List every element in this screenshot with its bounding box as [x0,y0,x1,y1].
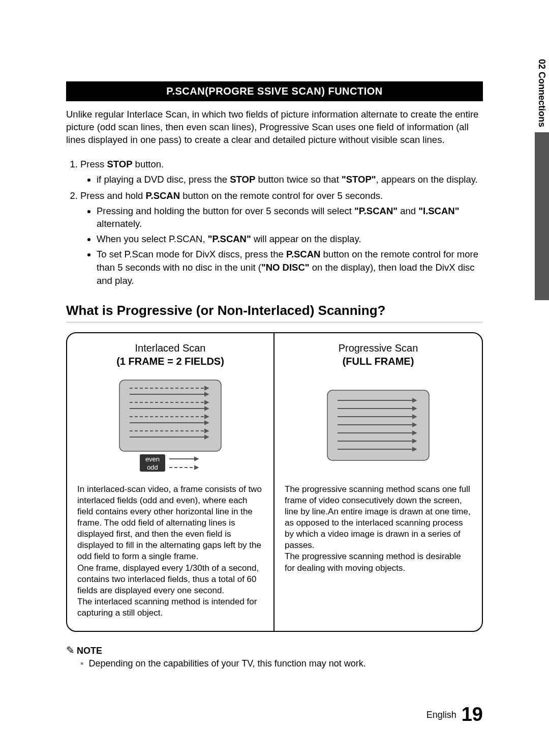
step-1-text-c: button. [132,159,164,169]
step-2: Press and hold P.SCAN button on the remo… [80,189,483,287]
s1b1e: , appears on the display. [376,174,478,185]
s2b2b: "P.SCAN" [208,234,251,244]
interlaced-subtitle: (1 FRAME = 2 FIELDS) [77,355,263,368]
step-1: Press STOP button. if playing a DVD disc… [80,158,483,186]
legend-odd-text: odd [147,463,158,471]
intro-paragraph: Unlike regular Interlace Scan, in which … [66,108,483,147]
comparison-box: Interlaced Scan (1 FRAME = 2 FIELDS) [66,332,483,632]
s2b1d: "I.SCAN" [418,206,459,216]
step-1-bold: STOP [107,159,132,169]
footer-page-number: 19 [462,704,483,725]
s2b1b: "P.SCAN" [354,206,398,216]
interlaced-diagram: even odd [77,377,263,474]
step-1-bullet-1: if playing a DVD disc, press the STOP bu… [97,173,483,186]
progressive-column: Progressive Scan (FULL FRAME) [274,333,482,631]
progressive-text: The progressive scanning method scans on… [285,484,472,574]
s2b3b: P.SCAN [286,249,321,259]
svg-rect-0 [119,380,221,451]
s1b1c: button twice so that [255,174,342,185]
note-label: NOTE [77,646,102,656]
step-1-text-a: Press [80,159,107,169]
page-footer: English 19 [426,704,483,725]
sub-heading: What is Progressive (or Non-Interlaced) … [66,303,483,323]
s2b: P.SCAN [146,190,180,201]
interlaced-column: Interlaced Scan (1 FRAME = 2 FIELDS) [67,333,274,631]
s2c: button on the remote control for over 5 … [180,190,383,201]
s1b1b: STOP [230,174,255,185]
s2b1e: alternately. [97,218,142,229]
legend-even-text: even [145,455,160,463]
note-block: ✎NOTE Depending on the capabilities of y… [66,644,483,669]
s1b1a: if playing a DVD disc, press the [97,174,230,185]
progressive-title: Progressive Scan [285,341,472,355]
s2b3d: "NO DISC" [261,262,310,273]
s1b1d: "STOP" [342,174,376,185]
step-2-bullet-3: To set P.Scan mode for DivX discs, press… [97,248,483,287]
progressive-subtitle: (FULL FRAME) [285,355,472,368]
s2a: Press and hold [80,190,146,201]
s2b3a: To set P.Scan mode for DivX discs, press… [97,249,286,259]
section-header: P.SCAN(PROGRE SSIVE SCAN) FUNCTION [66,81,483,101]
s2b2c: will appear on the display. [251,234,361,244]
s2b2a: When you select P.SCAN, [97,234,208,244]
progressive-diagram [285,377,472,474]
note-item: Depending on the capabilities of your TV… [80,658,483,669]
s2b1c: and [398,206,418,216]
steps-list: Press STOP button. if playing a DVD disc… [66,158,483,287]
step-2-bullet-1: Pressing and holding the button for over… [97,205,483,231]
interlaced-text: In interlaced-scan video, a frame consis… [77,484,263,619]
interlaced-title: Interlaced Scan [77,341,263,355]
s2b1a: Pressing and holding the button for over… [97,206,354,216]
step-2-bullet-2: When you select P.SCAN, "P.SCAN" will ap… [97,232,483,246]
footer-language: English [426,710,456,720]
note-icon: ✎ [66,645,75,656]
